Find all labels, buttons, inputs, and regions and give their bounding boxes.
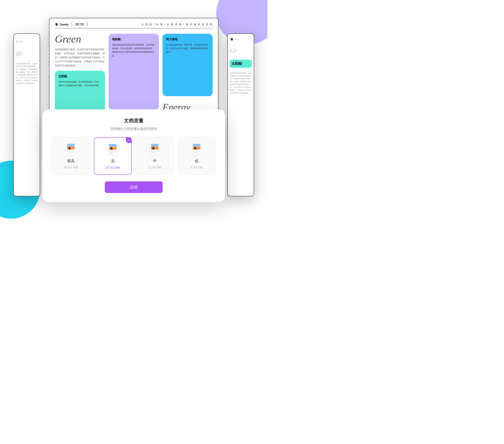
geothermal-body: 地热能是指地球内部储存的热能资源。通过利用地热能，可以实现供暖、发电和其他能源需… — [112, 43, 155, 58]
option-size: 30.33 MB — [54, 165, 87, 169]
thumbnail-icon — [192, 142, 202, 155]
thumbnail-icon — [108, 143, 118, 155]
option-size: 6.08 MB — [180, 165, 213, 169]
compress-button[interactable]: 压缩 — [105, 181, 163, 193]
quality-options: ✓ 最高 30.33 MB ✓ 高 23.52 MB ✓ 中 12.23 MB … — [51, 137, 216, 175]
quality-modal: 文档质量 选择输出文档质量从最高到最低 ✓ 最高 30.33 MB ✓ 高 23… — [42, 109, 225, 202]
quality-option-medium[interactable]: ✓ 中 12.23 MB — [136, 137, 174, 175]
wind-body: 风力发电具有环保、资源丰富、运行成本低等优势，但也存在风力不稳定、对风能资源需求… — [166, 43, 209, 54]
check-icon: ✓ — [126, 137, 132, 143]
brand-fragment: Sunny — [234, 38, 239, 41]
thumbnail-icon — [150, 142, 160, 155]
option-size: 12.23 MB — [138, 165, 171, 169]
sun-icon — [55, 22, 58, 26]
intro-paragraph: 绿色能源是指与煤炭、石油和天然气等传统化石燃料相比，对环境友好、对地球危害较小的… — [55, 48, 105, 68]
document-title: Green — [55, 34, 105, 44]
solar-card: 太阳能 来自太阳光线的能量，由太阳能电池板（光伏）或集中太阳辐射的镜子捕获，用于… — [55, 71, 105, 115]
modal-title: 文档质量 — [51, 117, 216, 124]
option-label: 最高 — [54, 158, 87, 164]
geothermal-card: 地热能 地热能是指地球内部储存的热能资源。通过利用地热能，可以实现供暖、发电和其… — [108, 34, 159, 110]
brand: Sunny — [55, 22, 69, 26]
geothermal-title: 地热能 — [112, 37, 155, 41]
title-fragment: Gr — [228, 43, 254, 58]
document-date: 10 /11 — [72, 22, 87, 26]
body-fragment: 绿色能源是指与煤炭、石油和天然气等传统化石燃料相比，对地球危害较小的能源。"绿色… — [228, 70, 254, 97]
thumbnail-icon — [66, 142, 76, 155]
brand-text: Sunny — [60, 22, 69, 26]
option-label: 高 — [96, 159, 129, 164]
solar-title: 太阳能 — [58, 74, 101, 78]
sun-icon — [230, 38, 234, 41]
wind-card: 风力发电 风力发电具有环保、资源丰富、运行成本低等优势，但也存在风力不稳定、对风… — [162, 34, 213, 96]
wind-title: 风力发电 — [166, 37, 209, 41]
quality-option-low[interactable]: ✓ 低 6.08 MB — [178, 137, 216, 175]
option-label: 中 — [138, 158, 171, 164]
card-fragment: 太阳能 — [230, 59, 252, 68]
background-document-right: Sunny Gr 太阳能 绿色能源是指与煤炭、石油和天然气等传统化石燃料相比，对… — [227, 34, 254, 196]
solar-body: 来自太阳光线的能量，由太阳能电池板（光伏）或集中太阳辐射的镜子捕获，用于发电或供… — [58, 80, 101, 87]
document-nav: 太 阳 能 / 风 能 / 生 物 质 能 / 潮 汐 能 和 波 浪 能 — [90, 23, 213, 26]
option-size: 23.52 MB — [96, 166, 129, 169]
document-header: Sunny 10 /11 太 阳 能 / 风 能 / 生 物 质 能 / 潮 汐… — [55, 22, 213, 28]
background-document-left: 能 和 波 gy 绿色能源是指与煤、石油和天然气等传统化石燃料相比，环境友好、对… — [13, 34, 40, 196]
quality-option-highest[interactable]: ✓ 最高 30.33 MB — [52, 137, 90, 175]
body-fragment: 绿色能源是指与煤、石油和天然气等传统化石燃料相比，环境友好、对地球危害较小的能源… — [14, 60, 40, 87]
title-fragment: gy — [14, 46, 40, 60]
modal-subtitle: 选择输出文档质量从最高到最低 — [51, 127, 216, 131]
option-label: 低 — [180, 158, 213, 164]
nav-fragment: 能 和 波 — [14, 38, 40, 46]
quality-option-high[interactable]: ✓ 高 23.52 MB — [94, 137, 132, 175]
